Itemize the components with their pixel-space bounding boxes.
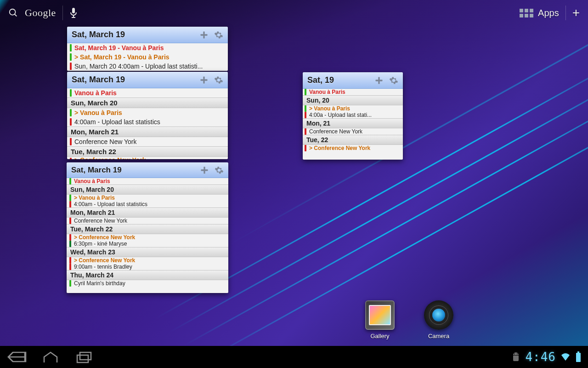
calendar-event[interactable]: Vanou à Paris — [67, 178, 228, 184]
calendar-event[interactable]: Sun, March 20 4:00am - Upload last stati… — [67, 62, 228, 71]
calendar-event[interactable]: Vanou à Paris — [303, 89, 403, 95]
apps-label: Apps — [538, 8, 559, 18]
calendar-event[interactable]: 4:00a - Upload last stati... — [303, 112, 403, 118]
calendar-widget-medium[interactable]: Sat, March 19Vanou à ParisSun, March 20>… — [67, 72, 228, 159]
widget-title: Sat, March 19 — [72, 75, 125, 85]
add-event-icon[interactable] — [198, 164, 211, 177]
widget-body[interactable]: Vanou à ParisSun, 20> Vanou à Paris4:00a… — [303, 89, 403, 151]
widget-body[interactable]: Vanou à ParisSun, March 20> Vanou à Pari… — [67, 178, 228, 287]
svg-rect-14 — [80, 352, 91, 360]
android-icon — [511, 352, 520, 362]
search-icon[interactable] — [8, 8, 18, 18]
widget-title: Sat, March 19 — [72, 30, 125, 40]
event-text: 4:00a - Upload last stati... — [309, 112, 372, 118]
calendar-event[interactable]: Vanou à Paris — [67, 88, 228, 98]
svg-line-1 — [15, 14, 17, 17]
event-color-bar — [70, 53, 72, 61]
gallery-app[interactable]: Gallery — [365, 300, 395, 339]
calendar-event[interactable]: 4:00am - Upload last statistics — [67, 117, 228, 126]
svg-rect-8 — [201, 79, 208, 80]
gear-icon[interactable] — [387, 74, 400, 87]
gallery-label: Gallery — [370, 333, 389, 339]
event-text: 9:00am - tennis Bradley — [74, 264, 132, 270]
calendar-event[interactable]: > Vanou à Paris — [303, 105, 403, 112]
calendar-event[interactable]: > Vanou à Paris — [67, 108, 228, 117]
event-text: Sun, March 20 4:00am - Upload last stati… — [74, 63, 203, 70]
event-color-bar — [69, 201, 71, 207]
calendar-event[interactable]: Conference New York — [67, 137, 228, 146]
add-event-icon[interactable] — [198, 29, 210, 41]
divider — [62, 6, 63, 20]
event-color-bar — [70, 63, 72, 70]
widget-body[interactable]: Vanou à ParisSun, March 20> Vanou à Pari… — [67, 88, 228, 159]
top-status-bar: Google Apps + — [0, 0, 588, 26]
calendar-event[interactable]: Conference New York — [67, 218, 228, 224]
widget-header[interactable]: Sat, 19 — [303, 72, 403, 89]
event-text: > Conference New York — [74, 257, 135, 264]
google-search-label[interactable]: Google — [25, 7, 56, 19]
calendar-event[interactable]: 6:30pm - kiné Maryse — [67, 241, 228, 247]
event-text: > Conference New York — [74, 234, 135, 241]
clock[interactable]: 4:46 — [525, 350, 556, 364]
calendar-widget-large[interactable]: Sat, March 19Vanou à ParisSun, March 20>… — [67, 162, 228, 293]
event-text: Vanou à Paris — [74, 178, 110, 184]
svg-rect-12 — [376, 80, 383, 81]
gear-icon[interactable] — [213, 164, 226, 177]
calendar-event[interactable]: 9:00am - tennis Bradley — [67, 264, 228, 270]
event-color-bar — [69, 257, 71, 264]
recent-apps-button[interactable] — [74, 351, 93, 363]
calendar-event[interactable]: > Conference New York — [303, 145, 403, 151]
event-text: Conference New York — [74, 218, 127, 224]
event-color-bar — [305, 105, 306, 112]
svg-rect-6 — [201, 34, 208, 35]
calendar-event[interactable]: > Conference New York — [67, 157, 228, 159]
event-text: Sat, March 19 - Vanou à Paris — [74, 44, 164, 52]
date-separator: Sun, March 20 — [67, 184, 228, 195]
apps-button[interactable]: Apps — [520, 8, 559, 18]
calendar-event[interactable]: 4:00am - Upload last statistics — [67, 201, 228, 207]
camera-label: Camera — [428, 333, 449, 339]
date-separator: Tue, March 22 — [67, 146, 228, 157]
event-color-bar — [305, 112, 306, 118]
event-color-bar — [305, 128, 306, 135]
calendar-event[interactable]: Cyril Marin's birthday — [67, 280, 228, 287]
widget-body[interactable]: Sat, March 19 - Vanou à Paris> Sat, Marc… — [67, 43, 228, 71]
calendar-event[interactable]: > Conference New York — [67, 234, 228, 241]
system-bar: 4:46 — [0, 346, 588, 368]
calendar-event[interactable]: > Conference New York — [67, 257, 228, 264]
widget-header[interactable]: Sat, March 19 — [67, 162, 228, 178]
event-color-bar — [70, 138, 72, 145]
voice-search-icon[interactable] — [69, 7, 78, 19]
calendar-event[interactable]: Conference New York — [303, 128, 403, 135]
event-text: > Conference New York — [309, 145, 370, 151]
widget-header[interactable]: Sat, March 19 — [67, 72, 228, 88]
event-text: Vanou à Paris — [309, 89, 345, 95]
event-color-bar — [70, 109, 72, 116]
gear-icon[interactable] — [212, 29, 225, 41]
event-text: > Conference New York — [74, 157, 146, 159]
apps-grid-icon — [520, 9, 533, 17]
event-color-bar — [69, 178, 71, 184]
calendar-widget-small[interactable]: Sat, March 19Sat, March 19 - Vanou à Par… — [67, 27, 228, 71]
widget-title: Sat, 19 — [307, 75, 334, 85]
add-widget-icon[interactable]: + — [572, 6, 580, 19]
calendar-event[interactable]: > Sat, March 19 - Vanou à Paris — [67, 52, 228, 62]
add-event-icon[interactable] — [198, 74, 210, 86]
calendar-event[interactable]: > Vanou à Paris — [67, 195, 228, 201]
back-button[interactable] — [6, 351, 27, 363]
date-separator: Thu, March 24 — [67, 270, 228, 280]
divider — [565, 6, 566, 20]
gear-icon[interactable] — [212, 74, 225, 86]
event-color-bar — [305, 145, 306, 151]
add-event-icon[interactable] — [373, 74, 385, 87]
camera-app[interactable]: Camera — [424, 300, 453, 339]
event-color-bar — [69, 280, 71, 287]
calendar-widget-narrow[interactable]: Sat, 19Vanou à ParisSun, 20> Vanou à Par… — [303, 72, 403, 160]
event-text: > Vanou à Paris — [309, 105, 350, 112]
home-button[interactable] — [41, 351, 60, 363]
event-text: > Vanou à Paris — [74, 109, 122, 116]
widget-title: Sat, March 19 — [71, 166, 122, 175]
widget-header[interactable]: Sat, March 19 — [67, 27, 228, 43]
date-separator: Tue, 22 — [303, 135, 403, 145]
calendar-event[interactable]: Sat, March 19 - Vanou à Paris — [67, 43, 228, 52]
